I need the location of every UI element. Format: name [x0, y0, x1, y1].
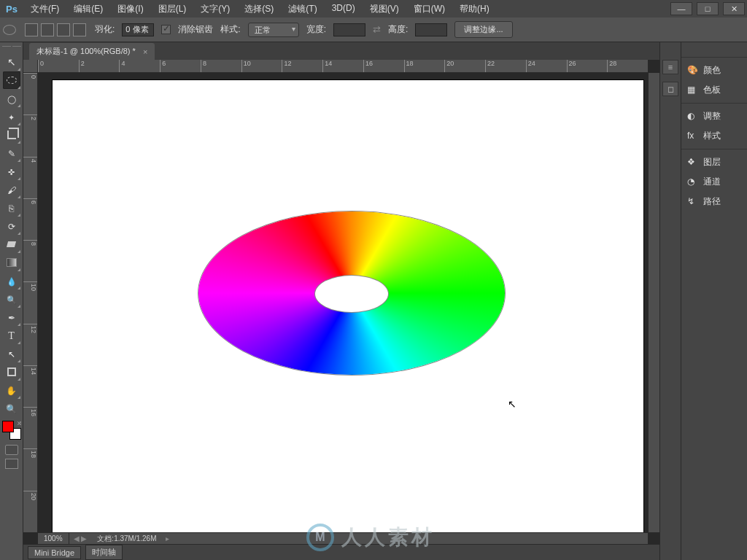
zoom-level[interactable]: 100% [38, 533, 69, 544]
rainbow-disc [198, 211, 505, 375]
shape-tool[interactable] [3, 363, 20, 381]
swap-wh-icon[interactable]: ⇄ [373, 24, 381, 35]
layers-icon: ❖ [687, 157, 699, 168]
tab-timeline[interactable]: 时间轴 [85, 545, 123, 560]
ellipse-marquee-icon [7, 77, 17, 84]
menu-file[interactable]: 文件(F) [23, 0, 66, 18]
panel-channels[interactable]: ◔通道 [681, 172, 747, 192]
crop-tool[interactable] [3, 126, 20, 144]
close-button[interactable]: ✕ [723, 2, 745, 15]
path-select-tool[interactable] [3, 345, 20, 362]
height-input[interactable] [415, 23, 447, 36]
brush-tool[interactable] [3, 181, 20, 198]
panel-group-color: 🎨颜色 ▦色板 [681, 57, 747, 103]
panel-paths[interactable]: ↯路径 [681, 192, 747, 211]
menu-select[interactable]: 选择(S) [237, 0, 281, 18]
panel-swatches[interactable]: ▦色板 [681, 80, 747, 100]
clone-tool[interactable] [3, 199, 20, 217]
max-button[interactable]: □ [697, 2, 719, 15]
hand-icon [6, 384, 17, 396]
scrollbar-vertical[interactable] [648, 73, 659, 532]
doc-size[interactable]: 文档:1.37M/1.26M [91, 534, 162, 544]
app-logo: Ps [0, 0, 23, 18]
history-brush-tool[interactable] [3, 217, 20, 235]
document-tab[interactable]: 未标题-1 @ 100%(RGB/8) * × [29, 43, 155, 60]
wand-tool[interactable] [3, 108, 20, 125]
ruler-horizontal[interactable]: 0246810121416182022242628 [38, 60, 648, 73]
viewport[interactable]: ↖ [38, 73, 648, 532]
right-panels: 🎨颜色 ▦色板 ◐调整 fx样式 ❖图层 ◔通道 ↯路径 [681, 42, 747, 560]
height-label: 高度: [388, 23, 408, 36]
menu-3d[interactable]: 3D(D) [325, 0, 363, 18]
ruler-vertical[interactable]: 02468101214161820 [23, 73, 38, 532]
gradient-tool[interactable] [3, 254, 20, 271]
sel-mode-new[interactable] [25, 23, 38, 36]
width-input[interactable] [333, 23, 365, 36]
tools-grip[interactable] [1, 45, 23, 51]
disc-center-hole [315, 276, 388, 312]
menu-image[interactable]: 图像(I) [110, 0, 150, 18]
panel-group-layers: ❖图层 ◔通道 ↯路径 [681, 149, 747, 214]
tab-title: 未标题-1 @ 100%(RGB/8) * [36, 46, 136, 57]
canvas[interactable]: ↖ [53, 80, 643, 532]
lasso-tool[interactable] [3, 90, 20, 107]
brush-icon [7, 184, 16, 195]
quickmask-toggle[interactable] [5, 445, 18, 455]
eraser-icon [7, 241, 16, 247]
menu-help[interactable]: 帮助(H) [452, 0, 497, 18]
pen-tool[interactable] [3, 308, 20, 326]
zoom-tool[interactable] [3, 400, 20, 417]
eyedropper-tool[interactable] [3, 144, 20, 162]
foreground-color[interactable] [2, 421, 14, 432]
feather-input[interactable] [122, 23, 154, 36]
menu-filter[interactable]: 滤镜(T) [281, 0, 324, 18]
feather-label: 羽化: [95, 23, 115, 36]
move-tool[interactable] [3, 53, 20, 71]
screen-mode-toggle[interactable] [5, 459, 18, 469]
menu-type[interactable]: 文字(Y) [193, 0, 237, 18]
type-icon [8, 330, 15, 342]
dock-navigator-icon[interactable]: ◻ [662, 82, 678, 96]
paths-icon: ↯ [687, 196, 699, 208]
channels-icon: ◔ [687, 176, 699, 188]
panel-adjustments[interactable]: ◐调整 [681, 106, 747, 126]
eraser-tool[interactable] [3, 236, 20, 253]
ruler-corner [23, 60, 38, 73]
color-swatches[interactable]: ⤭ [2, 421, 21, 440]
menu-view[interactable]: 视图(V) [363, 0, 406, 18]
palette-icon: 🎨 [687, 65, 699, 77]
panel-color[interactable]: 🎨颜色 [681, 61, 747, 80]
panel-layers[interactable]: ❖图层 [681, 152, 747, 172]
lasso-icon [7, 93, 16, 104]
dodge-icon [7, 293, 17, 305]
sel-mode-intersect[interactable] [73, 23, 86, 36]
width-label: 宽度: [306, 23, 326, 36]
dock-histogram-icon[interactable]: ≡ [662, 60, 678, 74]
menu-window[interactable]: 窗口(W) [406, 0, 452, 18]
antialias-checkbox[interactable] [161, 25, 171, 34]
heal-tool[interactable] [3, 163, 20, 180]
sel-mode-sub[interactable] [57, 23, 70, 36]
fx-icon: fx [687, 131, 699, 142]
panel-styles[interactable]: fx样式 [681, 126, 747, 146]
type-tool[interactable] [3, 327, 20, 344]
hand-tool[interactable] [3, 381, 20, 399]
tab-close-icon[interactable]: × [143, 47, 147, 56]
dodge-tool[interactable] [3, 290, 20, 308]
marquee-tool[interactable] [3, 71, 20, 89]
eyedropper-icon [8, 147, 15, 159]
swap-colors-icon[interactable]: ⤭ [17, 420, 22, 427]
blur-tool[interactable] [3, 272, 20, 289]
antialias-label: 消除锯齿 [178, 23, 213, 36]
rectangle-icon [7, 368, 16, 376]
refine-edge-button[interactable]: 调整边缘... [454, 21, 512, 38]
style-dropdown[interactable]: 正常 [248, 23, 299, 37]
tool-preset-icon[interactable] [3, 25, 16, 35]
sel-mode-add[interactable] [41, 23, 54, 36]
min-button[interactable]: — [670, 2, 692, 15]
zoom-icon [6, 402, 17, 414]
tab-minibridge[interactable]: Mini Bridge [28, 546, 81, 559]
document-tabbar: 未标题-1 @ 100%(RGB/8) * × [23, 42, 659, 60]
menu-edit[interactable]: 编辑(E) [66, 0, 110, 18]
menu-layer[interactable]: 图层(L) [151, 0, 194, 18]
